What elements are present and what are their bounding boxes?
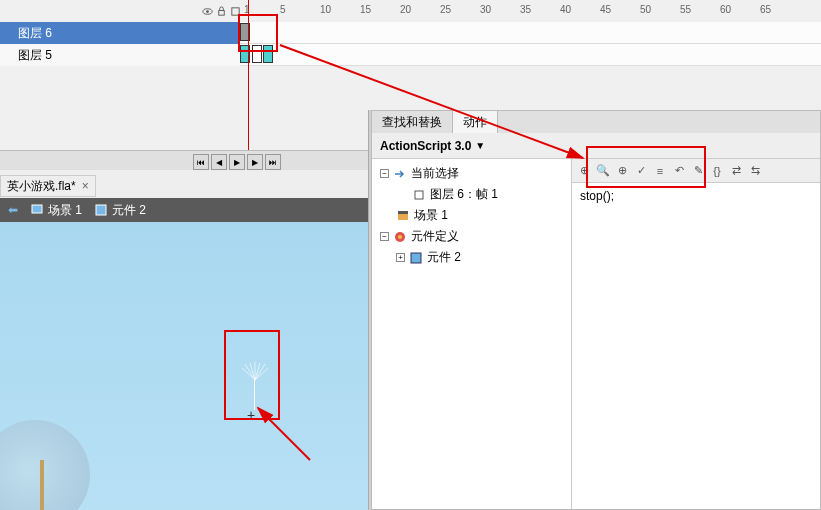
symbol-def-icon	[393, 230, 407, 244]
symbol-label: 元件 2	[112, 202, 146, 219]
close-tab-button[interactable]: ×	[82, 179, 89, 193]
ruler-number: 45	[600, 4, 611, 15]
seed-stem	[254, 380, 255, 410]
svg-rect-15	[398, 211, 408, 214]
tree-collapse-icon[interactable]: −	[380, 169, 389, 178]
next-frame-button[interactable]: ▶	[247, 154, 263, 170]
script-version-bar: ActionScript 3.0 ▼	[372, 133, 820, 159]
document-tab[interactable]: 英小游戏.fla* ×	[0, 175, 96, 197]
play-button[interactable]: ▶	[229, 154, 245, 170]
tab-actions[interactable]: 动作	[453, 111, 498, 133]
add-script-icon[interactable]: ⊕	[576, 163, 592, 179]
tree-current-selection[interactable]: − 当前选择	[372, 163, 571, 184]
code-editor-pane: ⊕ 🔍 ⊕ ✓ ≡ ↶ ✎ {} ⇄ ⇆ stop();	[572, 159, 820, 509]
svg-rect-13	[415, 191, 423, 199]
tree-scene[interactable]: 场景 1	[372, 205, 571, 226]
script-navigator-tree: − 当前选择 图层 6：帧 1 场景 1 −	[372, 159, 572, 509]
registration-crosshair: +	[247, 407, 255, 423]
tree-label: 当前选择	[411, 165, 459, 182]
outline-icon[interactable]	[230, 6, 241, 17]
dandelion-graphic	[0, 420, 90, 510]
ruler-number: 40	[560, 4, 571, 15]
ruler-number: 35	[520, 4, 531, 15]
prev-frame-button[interactable]: ◀	[211, 154, 227, 170]
tab-find-replace[interactable]: 查找和替换	[372, 111, 453, 133]
svg-rect-2	[218, 10, 224, 15]
insert-target-icon[interactable]: ⊕	[614, 163, 630, 179]
file-name-label: 英小游戏.fla*	[7, 178, 76, 195]
last-frame-button[interactable]: ⏭	[265, 154, 281, 170]
code-toolbar: ⊕ 🔍 ⊕ ✓ ≡ ↶ ✎ {} ⇄ ⇆	[572, 159, 820, 183]
ruler-number: 65	[760, 4, 771, 15]
ruler-number: 25	[440, 4, 451, 15]
lock-icon[interactable]	[216, 6, 227, 17]
ruler-number: 5	[280, 4, 286, 15]
svg-rect-5	[96, 205, 106, 215]
tree-symbol2[interactable]: + 元件 2	[372, 247, 571, 268]
panel-tab-bar: 查找和替换 动作	[372, 111, 820, 133]
scene-crumb[interactable]: 场景 1	[30, 202, 82, 219]
clapper-icon	[396, 209, 410, 223]
frame-row-layer6[interactable]	[240, 22, 821, 44]
code-hint-icon[interactable]: ↶	[671, 163, 687, 179]
debug-icon[interactable]: ✎	[690, 163, 706, 179]
ruler-number: 60	[720, 4, 731, 15]
code-text: stop();	[580, 189, 614, 203]
ruler-number: 10	[320, 4, 331, 15]
tree-collapse-icon[interactable]: −	[380, 232, 389, 241]
keyframe[interactable]	[252, 45, 262, 63]
tree-label: 场景 1	[414, 207, 448, 224]
check-syntax-icon[interactable]: ✓	[633, 163, 649, 179]
stem-graphic	[40, 460, 44, 510]
tree-label: 元件 2	[427, 249, 461, 266]
svg-rect-14	[398, 213, 408, 220]
playback-controls: ⏮ ◀ ▶ ▶ ⏭	[193, 154, 281, 170]
ruler-number: 20	[400, 4, 411, 15]
seed-graphic[interactable]	[240, 362, 270, 385]
arrow-icon	[393, 167, 407, 181]
tree-expand-icon[interactable]: +	[396, 253, 405, 262]
back-button[interactable]: ⬅	[8, 203, 18, 217]
auto-format-icon[interactable]: ≡	[652, 163, 668, 179]
actions-panel: 查找和替换 动作 ActionScript 3.0 ▼ − 当前选择 图层 6：…	[371, 110, 821, 510]
movieclip-icon	[409, 251, 423, 265]
first-frame-button[interactable]: ⏮	[193, 154, 209, 170]
expand-icon[interactable]: ⇆	[747, 163, 763, 179]
symbol-crumb[interactable]: 元件 2	[94, 202, 146, 219]
stage-canvas[interactable]: +	[0, 222, 368, 510]
eye-icon[interactable]	[202, 6, 213, 17]
code-textarea[interactable]: stop();	[572, 183, 820, 210]
keyframe[interactable]	[263, 45, 273, 63]
scene-label: 场景 1	[48, 202, 82, 219]
svg-point-17	[398, 235, 402, 239]
tree-label: 元件定义	[411, 228, 459, 245]
tree-label: 图层 6：帧 1	[430, 186, 498, 203]
tree-layer-frame[interactable]: 图层 6：帧 1	[372, 184, 571, 205]
script-version-label: ActionScript 3.0	[380, 139, 471, 153]
ruler-number: 15	[360, 4, 371, 15]
script-version-dropdown[interactable]: ▼	[475, 140, 485, 151]
svg-rect-18	[411, 253, 421, 263]
find-icon[interactable]: 🔍	[595, 163, 611, 179]
edit-bar: ⬅ 场景 1 元件 2	[0, 198, 368, 222]
collapse-icon[interactable]: ⇄	[728, 163, 744, 179]
braces-icon[interactable]: {}	[709, 163, 725, 179]
playhead[interactable]	[248, 0, 249, 170]
ruler-number: 50	[640, 4, 651, 15]
timeline-frames[interactable]	[240, 22, 821, 66]
frame-icon	[412, 188, 426, 202]
frame-row-layer5[interactable]	[240, 44, 821, 66]
svg-rect-4	[32, 205, 42, 213]
svg-rect-3	[231, 7, 238, 14]
ruler-number: 55	[680, 4, 691, 15]
layer-header-icons	[200, 0, 242, 22]
actions-panel-body: − 当前选择 图层 6：帧 1 场景 1 −	[372, 159, 820, 509]
ruler-number: 30	[480, 4, 491, 15]
svg-point-1	[206, 10, 209, 13]
tree-symbol-definitions[interactable]: − 元件定义	[372, 226, 571, 247]
